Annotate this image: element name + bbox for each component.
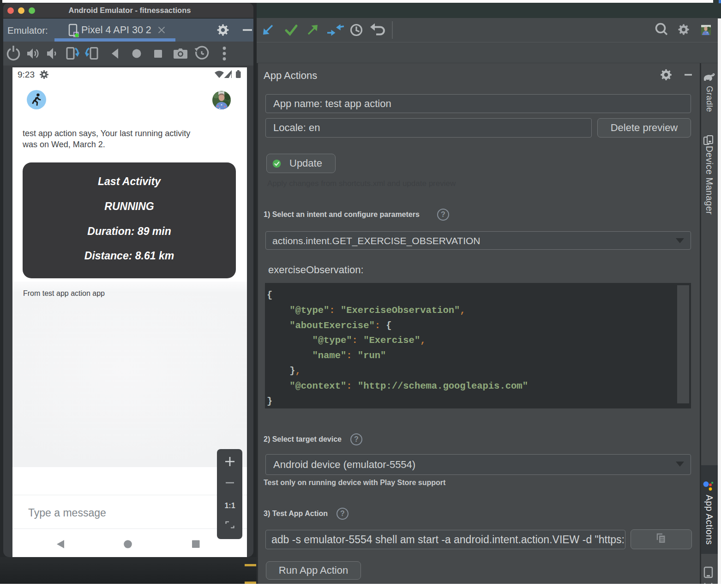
- svg-text:1:1: 1:1: [224, 502, 235, 510]
